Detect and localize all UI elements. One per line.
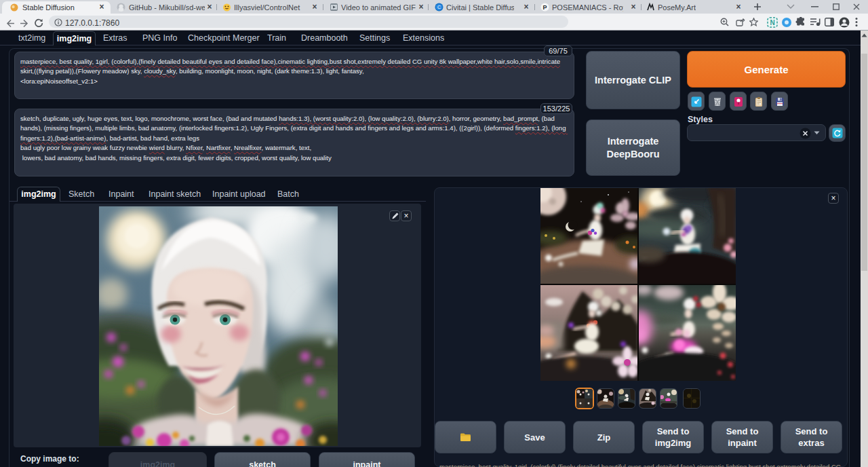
svg-text:P: P: [542, 4, 547, 11]
svg-text:N: N: [770, 19, 774, 26]
svg-text:C: C: [437, 5, 441, 10]
